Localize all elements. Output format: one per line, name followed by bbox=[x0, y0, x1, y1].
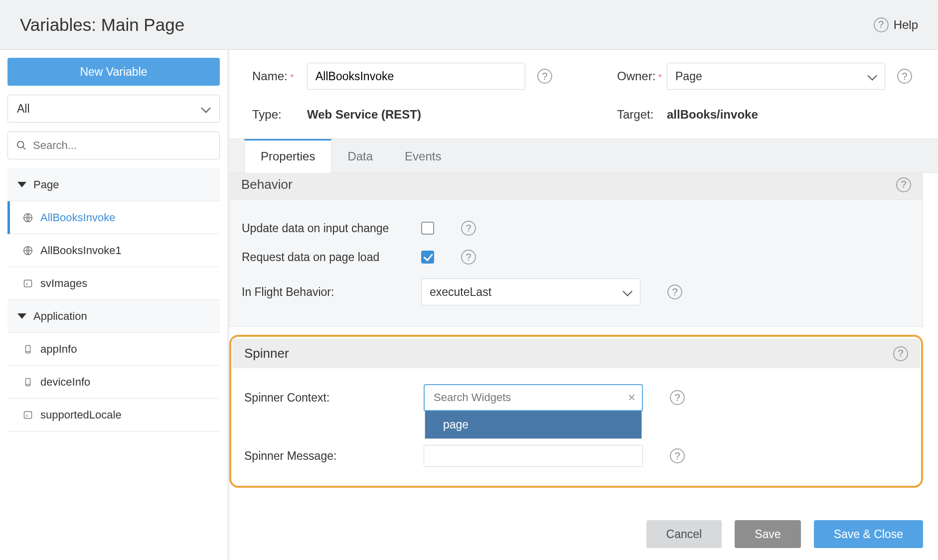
globe-icon bbox=[22, 212, 33, 223]
owner-select[interactable]: Page bbox=[667, 63, 885, 90]
sidebar: New Variable All Page AllBooksInvoke All… bbox=[0, 50, 229, 560]
tree-item-supportedlocale[interactable]: x supportedLocale bbox=[7, 399, 220, 431]
tab-data[interactable]: Data bbox=[331, 139, 389, 172]
name-input[interactable] bbox=[307, 63, 525, 90]
search-box bbox=[7, 132, 220, 159]
clear-icon[interactable]: ✕ bbox=[627, 392, 636, 404]
search-input[interactable] bbox=[33, 139, 211, 152]
new-variable-button[interactable]: New Variable bbox=[7, 58, 220, 86]
required-marker: * bbox=[658, 73, 661, 82]
tree-item-label: svImages bbox=[40, 277, 87, 290]
globe-icon bbox=[22, 245, 33, 256]
tree-item-label: AllBooksInvoke1 bbox=[40, 244, 122, 257]
chevron-down-icon bbox=[623, 289, 632, 295]
help-icon[interactable]: ? bbox=[670, 390, 685, 405]
tree-group-label: Page bbox=[33, 178, 59, 191]
spinner-context-dropdown: page bbox=[425, 411, 642, 439]
help-icon[interactable]: ? bbox=[667, 284, 682, 299]
tree-item-allbooksinvoke1[interactable]: AllBooksInvoke1 bbox=[7, 234, 220, 267]
svg-rect-8 bbox=[26, 378, 30, 386]
in-flight-value: executeLast bbox=[430, 285, 491, 299]
topbar: Variables: Main Page ? Help bbox=[0, 0, 938, 50]
triangle-down-icon bbox=[17, 182, 26, 187]
variable-icon: x bbox=[22, 278, 33, 289]
page-title: Variables: Main Page bbox=[20, 15, 184, 35]
tree-group-page[interactable]: Page bbox=[7, 168, 220, 201]
help-icon[interactable]: ? bbox=[874, 17, 889, 32]
svg-text:x: x bbox=[26, 281, 28, 286]
svg-rect-6 bbox=[26, 345, 30, 353]
help-icon[interactable]: ? bbox=[461, 221, 476, 236]
search-icon bbox=[16, 140, 27, 151]
svg-point-0 bbox=[17, 141, 24, 148]
chevron-down-icon bbox=[868, 73, 877, 79]
chevron-down-icon bbox=[201, 106, 210, 112]
cancel-button[interactable]: Cancel bbox=[646, 520, 722, 548]
tree-group-application[interactable]: Application bbox=[7, 300, 220, 333]
help-icon[interactable]: ? bbox=[896, 177, 911, 192]
tab-properties[interactable]: Properties bbox=[244, 139, 331, 173]
filter-select[interactable]: All bbox=[7, 95, 220, 123]
save-close-button[interactable]: Save & Close bbox=[814, 520, 923, 548]
spinner-message-input[interactable] bbox=[424, 445, 643, 467]
form-header: Name:* ? Owner:* Page ? Type: Web Servic… bbox=[229, 50, 938, 122]
owner-label: Owner: bbox=[617, 69, 655, 83]
in-flight-label: In Flight Behavior: bbox=[242, 285, 334, 298]
help-icon[interactable]: ? bbox=[461, 250, 476, 265]
footer-actions: Cancel Save Save & Close bbox=[646, 520, 923, 548]
in-flight-select[interactable]: executeLast bbox=[421, 279, 640, 305]
variable-icon: x bbox=[22, 410, 33, 420]
target-label: Target: bbox=[617, 108, 667, 122]
tree-item-label: deviceInfo bbox=[40, 376, 90, 389]
help-link[interactable]: Help bbox=[894, 18, 918, 32]
type-label: Type: bbox=[252, 108, 307, 122]
spinner-context-input[interactable] bbox=[424, 384, 643, 411]
tree-item-deviceinfo[interactable]: deviceInfo bbox=[7, 366, 220, 399]
type-value: Web Service (REST) bbox=[307, 108, 525, 122]
tree-item-appinfo[interactable]: appInfo bbox=[7, 333, 220, 366]
request-on-load-checkbox[interactable] bbox=[421, 251, 434, 264]
update-on-input-label: Update data on input change bbox=[242, 222, 389, 235]
save-button[interactable]: Save bbox=[735, 520, 800, 548]
properties-panel: Behavior ? Update data on input change ?… bbox=[229, 173, 938, 560]
tree-item-allbooksinvoke[interactable]: AllBooksInvoke bbox=[7, 201, 220, 234]
behavior-heading: Behavior bbox=[241, 177, 293, 192]
svg-line-1 bbox=[23, 147, 26, 150]
spinner-section: Spinner ? Spinner Context: ✕ page ? bbox=[229, 335, 923, 488]
help-icon[interactable]: ? bbox=[897, 69, 912, 84]
spinner-message-label: Spinner Message: bbox=[244, 449, 336, 462]
triangle-down-icon bbox=[17, 313, 26, 319]
filter-select-value: All bbox=[17, 102, 30, 116]
required-marker: * bbox=[291, 73, 294, 82]
spinner-heading-label: Spinner bbox=[244, 346, 289, 361]
help-icon[interactable]: ? bbox=[893, 346, 908, 361]
help-icon[interactable]: ? bbox=[670, 448, 685, 463]
tree-item-label: appInfo bbox=[40, 343, 77, 356]
tree-group-label: Application bbox=[33, 310, 87, 323]
request-on-load-label: Request data on page load bbox=[242, 251, 379, 264]
spinner-context-label: Spinner Context: bbox=[244, 391, 329, 404]
tree-item-label: supportedLocale bbox=[40, 409, 122, 421]
target-value: allBooks/invoke bbox=[667, 108, 885, 122]
svg-text:x: x bbox=[26, 413, 28, 418]
update-on-input-checkbox[interactable] bbox=[421, 222, 434, 235]
tabs: Properties Data Events bbox=[229, 139, 938, 173]
tree-item-label: AllBooksInvoke bbox=[40, 211, 115, 224]
help-icon[interactable]: ? bbox=[537, 69, 552, 84]
tree-item-svimages[interactable]: x svImages bbox=[7, 267, 220, 300]
dropdown-option-page[interactable]: page bbox=[425, 411, 641, 438]
tab-events[interactable]: Events bbox=[389, 139, 457, 172]
name-label: Name: bbox=[252, 69, 288, 83]
owner-select-value: Page bbox=[675, 70, 702, 83]
content-pane: Name:* ? Owner:* Page ? Type: Web Servic… bbox=[229, 50, 938, 560]
device-icon bbox=[22, 344, 33, 355]
variable-tree: Page AllBooksInvoke AllBooksInvoke1 x sv… bbox=[7, 168, 220, 431]
device-icon bbox=[22, 377, 33, 388]
